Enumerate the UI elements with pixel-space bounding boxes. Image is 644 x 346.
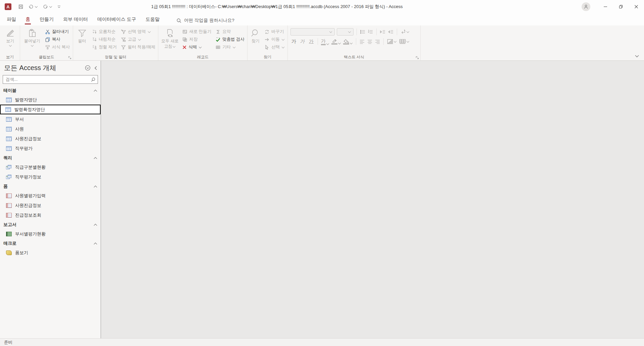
status-ready-label: 준비 xyxy=(4,340,12,345)
nav-search-box[interactable] xyxy=(3,75,98,84)
paint-bucket-icon xyxy=(343,39,349,43)
sort-descending-icon xyxy=(92,37,97,42)
tab-file[interactable]: 파일 xyxy=(2,14,21,25)
account-button[interactable] xyxy=(582,2,590,11)
nav-item[interactable]: 직무평가 xyxy=(0,143,101,153)
nav-section-header[interactable]: 쿼리 xyxy=(0,153,101,162)
form-icon xyxy=(6,203,12,208)
nav-section-report: 보고서 부서별평가현황 xyxy=(0,220,101,239)
bullets-button[interactable] xyxy=(360,29,366,35)
nav-item[interactable]: 부서별평가현황 xyxy=(0,229,101,239)
nav-section-header[interactable]: 보고서 xyxy=(0,220,101,229)
chevron-down-icon xyxy=(329,30,332,33)
restore-button[interactable] xyxy=(613,0,629,13)
background-color-button[interactable] xyxy=(343,39,353,45)
close-button[interactable] xyxy=(629,0,644,13)
toggle-filter-button[interactable]: 필터 적용/해제 xyxy=(120,44,156,51)
nav-section-header[interactable]: 폼 xyxy=(0,182,101,191)
select-button[interactable]: 선택 xyxy=(264,44,285,51)
nav-item[interactable]: 사원 xyxy=(0,124,101,134)
tell-me-search[interactable]: 어떤 작업을 원하시나요? xyxy=(176,17,234,23)
clipboard-paste-icon xyxy=(27,28,37,38)
chevron-down-icon xyxy=(348,30,351,33)
save-quick-button[interactable] xyxy=(17,3,24,10)
remove-sort-button[interactable]: 정렬 제거 xyxy=(91,44,117,51)
advanced-filter-button[interactable]: 고급 xyxy=(120,36,156,43)
nav-search-input[interactable] xyxy=(5,77,91,82)
paste-button[interactable]: 붙여넣기 xyxy=(23,27,42,47)
nav-item[interactable]: 사원진급정보 xyxy=(0,134,101,143)
nav-item[interactable]: 부서 xyxy=(0,114,101,124)
collapse-ribbon-button[interactable] xyxy=(635,55,639,58)
font-color-button[interactable]: 가 xyxy=(321,38,329,45)
find-button[interactable]: 찾기 xyxy=(250,27,261,44)
view-button[interactable]: 보기 xyxy=(3,27,18,47)
undo-button[interactable] xyxy=(28,3,39,10)
align-right-button[interactable] xyxy=(375,39,380,44)
spelling-button[interactable]: 맞춤법 검사 xyxy=(215,36,245,43)
tab-create[interactable]: 만들기 xyxy=(35,14,58,25)
nav-item[interactable]: 진급정보조회 xyxy=(0,210,101,220)
report-icon xyxy=(6,232,12,236)
tab-help[interactable]: 도움말 xyxy=(141,14,164,25)
tab-database-tools[interactable]: 데이터베이스 도구 xyxy=(93,14,141,25)
nav-item[interactable]: 폼보기 xyxy=(0,248,101,257)
nav-section-form: 폼 사원별평가입력 사원진급정보 진급정보조회 xyxy=(0,182,101,220)
clipboard-dialog-launcher[interactable] xyxy=(68,56,71,59)
decrease-indent-button[interactable] xyxy=(388,29,394,35)
chevron-down-icon xyxy=(199,45,202,48)
nav-item[interactable]: 직급구분별현황 xyxy=(0,162,101,172)
replace-button[interactable]: 바꾸기 xyxy=(264,28,285,35)
ascending-button[interactable]: 오름차순 xyxy=(91,28,117,35)
align-center-button[interactable] xyxy=(367,39,373,44)
spelling-label: 맞춤법 검사 xyxy=(222,37,245,42)
tab-home[interactable]: 홈 xyxy=(21,14,35,25)
text-format-dialog-launcher[interactable] xyxy=(416,56,419,59)
shutter-bar-close-button[interactable] xyxy=(94,66,97,70)
separator xyxy=(356,38,356,45)
nav-item[interactable]: 직무평가정보 xyxy=(0,172,101,182)
nav-item[interactable]: 사원진급정보 xyxy=(0,200,101,210)
refresh-all-button[interactable]: 모두 새로 고침 xyxy=(161,27,179,49)
italic-button[interactable]: 가 xyxy=(299,39,307,45)
gridlines-button[interactable] xyxy=(399,39,410,45)
gridlines-icon xyxy=(399,39,406,45)
filter-button[interactable]: 필터 xyxy=(76,27,89,44)
copy-button[interactable]: 복사 xyxy=(44,36,70,43)
nav-item[interactable]: 발령자명단 xyxy=(0,95,101,105)
redo-button[interactable] xyxy=(42,3,53,10)
delete-record-button[interactable]: 삭제 xyxy=(181,44,212,51)
descending-button[interactable]: 내림차순 xyxy=(91,36,117,43)
view-button-label: 보기 xyxy=(6,39,14,44)
font-name-combo[interactable] xyxy=(290,28,335,36)
numbering-button[interactable] xyxy=(368,29,373,35)
totals-button[interactable]: 요약 xyxy=(215,28,245,35)
increase-indent-button[interactable] xyxy=(380,29,386,35)
text-direction-button[interactable] xyxy=(400,29,410,35)
nav-item[interactable]: 사원별평가입력 xyxy=(0,191,101,200)
more-records-button[interactable]: 기타 xyxy=(215,44,245,51)
table-icon xyxy=(6,117,12,122)
minimize-button[interactable] xyxy=(598,0,613,13)
customize-qat-button[interactable] xyxy=(56,4,62,9)
underline-button[interactable]: 가 xyxy=(308,39,315,45)
save-record-button[interactable]: 저장 xyxy=(181,36,212,43)
alternate-row-color-button[interactable] xyxy=(387,39,397,45)
new-record-button[interactable]: 새로 만들기 xyxy=(181,28,212,35)
bold-button[interactable]: 가 xyxy=(290,39,297,45)
tab-external-data[interactable]: 외부 데이터 xyxy=(58,14,93,25)
tell-me-label: 어떤 작업을 원하시나요? xyxy=(184,17,234,23)
access-window: A xyxy=(0,0,644,346)
goto-button[interactable]: 이동 xyxy=(264,36,285,43)
nav-section-header[interactable]: 매크로 xyxy=(0,239,101,248)
cut-button[interactable]: 잘라내기 xyxy=(44,28,70,35)
font-size-combo[interactable] xyxy=(337,28,354,36)
highlight-color-button[interactable] xyxy=(331,39,341,45)
nav-section-header[interactable]: 테이블 xyxy=(0,86,101,95)
align-left-button[interactable] xyxy=(359,39,365,44)
nav-menu-button[interactable] xyxy=(85,65,91,71)
selection-button[interactable]: 선택 영역 xyxy=(120,28,156,35)
format-painter-button[interactable]: 서식 복사 xyxy=(44,44,70,51)
delete-x-icon xyxy=(182,45,187,50)
nav-item[interactable]: 발령확정자명단 xyxy=(0,105,101,114)
